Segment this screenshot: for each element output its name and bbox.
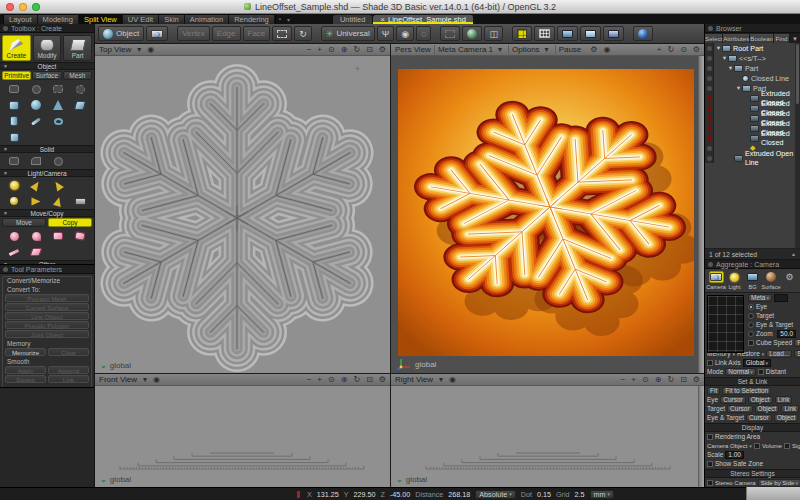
zoom-value-field[interactable]: 50.0: [777, 330, 796, 338]
view-dropdown-icon[interactable]: ▾: [137, 45, 141, 54]
tab-surface[interactable]: Surface: [32, 71, 61, 80]
toolbox-header[interactable]: Toolbox : Create: [0, 24, 94, 33]
tree-item-label[interactable]: Extruded Open Line: [745, 149, 800, 167]
top-viewport[interactable]: Top View ▾ ◉ − + ⊙ ⊕ ↻ ⊡ ⚙: [95, 44, 390, 373]
right-viewport-canvas[interactable]: ⌄ global: [391, 386, 704, 487]
view-lock-icon[interactable]: ◉: [147, 45, 154, 54]
surface-panel-button[interactable]: Surface: [762, 271, 780, 290]
tree-row[interactable]: ▼ Part: [705, 63, 800, 73]
shear-copy-button[interactable]: [25, 245, 47, 259]
view-settings-icon[interactable]: ⚙: [693, 375, 700, 384]
grid-snap-button[interactable]: [512, 26, 532, 41]
visibility-toggle[interactable]: [705, 53, 714, 63]
tab-modeling[interactable]: Modeling: [38, 15, 79, 24]
zoom-out-icon[interactable]: −: [307, 45, 312, 54]
pan-icon[interactable]: ⊕: [655, 375, 662, 384]
camera-create-button[interactable]: [69, 194, 91, 208]
fit-view-icon[interactable]: ⊡: [366, 375, 373, 384]
visibility-toggle[interactable]: [705, 103, 714, 113]
safe-zone-checkbox[interactable]: [707, 461, 713, 467]
tree-item-label[interactable]: Root Part: [733, 44, 763, 53]
preview-render-button[interactable]: [633, 26, 653, 41]
cube-speed-dropdown[interactable]: Fa ▾: [794, 339, 800, 347]
copy-button[interactable]: Copy: [48, 218, 92, 227]
fit-to-selection-button[interactable]: Fit to Selection: [722, 387, 771, 395]
rotate-view-icon[interactable]: ↻: [667, 375, 674, 384]
create-button[interactable]: Create: [2, 35, 31, 61]
visibility-toggle[interactable]: [705, 83, 714, 93]
part-button[interactable]: Part: [63, 35, 92, 61]
zoom-in-icon[interactable]: +: [317, 45, 322, 54]
disc-button[interactable]: [25, 114, 47, 128]
light-camera-section-header[interactable]: ▼ Light/Camera: [0, 169, 94, 177]
top-view-title[interactable]: Top View: [99, 45, 131, 54]
magnify-icon[interactable]: ⊙: [680, 45, 687, 54]
eye-target-cursor-button[interactable]: Cursor: [746, 414, 772, 422]
tab-primitive[interactable]: Primitive: [2, 71, 31, 80]
tree-item-label[interactable]: Part: [745, 64, 758, 73]
sphere-button[interactable]: [25, 98, 47, 112]
view-dropdown-icon[interactable]: ▾: [143, 375, 147, 384]
close-window-icon[interactable]: [6, 3, 14, 11]
dropdown-icon[interactable]: ▾: [749, 443, 752, 449]
fit-button[interactable]: Fit: [707, 387, 720, 395]
shading-settings-icon[interactable]: ⚙: [590, 45, 597, 54]
visibility-toggle[interactable]: [705, 43, 714, 53]
visibility-toggle[interactable]: [705, 73, 714, 83]
resize-corner[interactable]: [746, 487, 800, 500]
tab-split-view[interactable]: Split View: [79, 15, 123, 24]
move-copy-section-header[interactable]: ▼ Move/Copy: [0, 209, 94, 217]
front-view-title[interactable]: Front View: [99, 375, 137, 384]
render-globe-button[interactable]: [462, 26, 482, 41]
tab-find[interactable]: Find: [774, 34, 790, 43]
rotate-view-icon[interactable]: ↻: [353, 45, 360, 54]
translate-button[interactable]: [3, 229, 25, 243]
camera-tool-button[interactable]: [146, 26, 168, 41]
fit-view-icon[interactable]: ⊡: [680, 375, 687, 384]
pan-icon[interactable]: ⊕: [341, 45, 348, 54]
link-axis-value[interactable]: Global ▾: [743, 359, 771, 367]
view-settings-icon[interactable]: ⚙: [379, 45, 386, 54]
point-light-button[interactable]: [3, 194, 25, 208]
eye-target-object-button[interactable]: Object: [774, 414, 799, 422]
save-button[interactable]: Save...: [794, 350, 800, 358]
skeleton-tool-button[interactable]: Ψ: [377, 26, 395, 41]
view-lock-icon[interactable]: ◉: [153, 375, 160, 384]
mode-dropdown[interactable]: Normal ▾: [725, 368, 755, 376]
target-object-button[interactable]: Object: [755, 405, 780, 413]
view-settings-icon[interactable]: ⚙: [693, 45, 700, 54]
visibility-toggle[interactable]: [705, 143, 714, 153]
twisty-icon[interactable]: ▼: [721, 55, 728, 61]
top-viewport-canvas[interactable]: + + ⌄ global: [95, 56, 390, 373]
pivot-tool-button[interactable]: ◉: [396, 26, 414, 41]
tab-skin[interactable]: Skin: [159, 15, 185, 24]
dropdown-icon[interactable]: ▾: [762, 351, 765, 357]
rendering-area-checkbox[interactable]: [707, 434, 713, 440]
twisty-icon[interactable]: ▼: [727, 65, 734, 71]
tree-row[interactable]: Closed Line: [705, 73, 800, 83]
zoom-out-icon[interactable]: −: [621, 375, 626, 384]
tree-row[interactable]: ▼ <<s/T-->: [705, 53, 800, 63]
tab-select[interactable]: Select: [705, 34, 723, 43]
sight-checkbox[interactable]: [784, 443, 790, 449]
orbit-icon[interactable]: ↻: [667, 45, 674, 54]
bg-panel-button[interactable]: BG: [744, 271, 761, 290]
environment-panel-button[interactable]: [580, 26, 601, 41]
eye-object-button[interactable]: Object: [748, 396, 773, 404]
fit-view-icon[interactable]: ⊡: [366, 45, 373, 54]
target-link-button[interactable]: Link: [781, 405, 799, 413]
target-radio[interactable]: [748, 313, 754, 319]
universal-manipulator-button[interactable]: ✳ Universal: [321, 26, 375, 41]
monitor-panel-button[interactable]: [557, 26, 578, 41]
zoom-radio[interactable]: [748, 331, 754, 337]
tree-scrollbar[interactable]: [795, 43, 800, 248]
flash-light-button[interactable]: [47, 194, 69, 208]
view-settings-icon[interactable]: ⚙: [379, 375, 386, 384]
coordinate-mode-dropdown[interactable]: Absolute ▾: [475, 490, 516, 499]
tab-uv-edit[interactable]: UV Edit: [123, 15, 159, 24]
calculator-panel-button[interactable]: [603, 26, 624, 41]
area-light-button[interactable]: [47, 178, 69, 192]
wedge-button[interactable]: [69, 98, 91, 112]
array-copy-button[interactable]: [69, 229, 91, 243]
volume-checkbox[interactable]: [754, 443, 760, 449]
